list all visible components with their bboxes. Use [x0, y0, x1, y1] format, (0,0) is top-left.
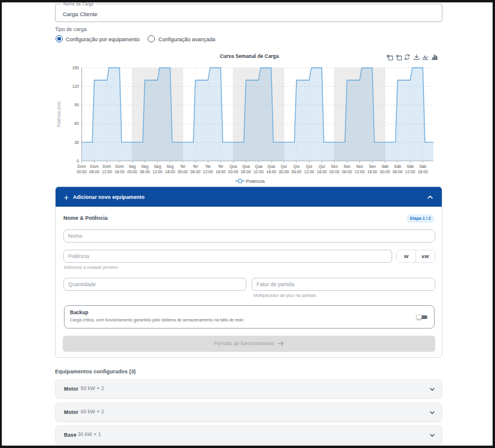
svg-text:Seg: Seg	[167, 164, 174, 169]
svg-text:Ter: Ter	[205, 164, 211, 168]
svg-text:Sex: Sex	[344, 164, 351, 168]
svg-text:Sex: Sex	[369, 164, 376, 168]
svg-text:Sáb: Sáb	[407, 164, 414, 168]
svg-text:00:00: 00:00	[329, 170, 340, 174]
svg-text:06:00: 06:00	[393, 170, 403, 174]
svg-text:Sáb: Sáb	[419, 164, 426, 168]
svg-text:Sex: Sex	[356, 164, 363, 168]
svg-text:06:00: 06:00	[89, 170, 99, 174]
svg-text:06:00: 06:00	[292, 170, 302, 174]
svg-text:Ter: Ter	[180, 164, 186, 168]
svg-text:00:00: 00:00	[279, 170, 289, 174]
svg-text:12:00: 12:00	[253, 170, 264, 174]
svg-text:12:00: 12:00	[405, 170, 415, 174]
svg-text:18:00: 18:00	[418, 170, 428, 174]
svg-text:06:00: 06:00	[241, 170, 251, 174]
svg-text:12:00: 12:00	[355, 170, 365, 174]
svg-text:Qua: Qua	[255, 164, 262, 169]
svg-text:Potência: Potência	[246, 179, 265, 184]
svg-text:Sáb: Sáb	[381, 164, 389, 168]
svg-text:Dom: Dom	[78, 164, 87, 168]
svg-text:150: 150	[72, 66, 80, 70]
svg-text:Qua: Qua	[242, 164, 250, 169]
svg-text:00:00: 00:00	[380, 170, 390, 174]
svg-text:06:00: 06:00	[140, 170, 150, 174]
svg-text:Seg: Seg	[154, 164, 161, 169]
svg-text:0: 0	[77, 159, 79, 163]
svg-text:18:00: 18:00	[115, 170, 125, 174]
svg-text:Curva Semanal de Carga: Curva Semanal de Carga	[220, 53, 279, 59]
svg-text:Seg: Seg	[129, 164, 136, 169]
svg-text:Qui: Qui	[294, 164, 300, 169]
svg-text:00:00: 00:00	[127, 170, 138, 174]
svg-text:Sex: Sex	[331, 164, 338, 168]
svg-text:120: 120	[72, 84, 80, 88]
svg-text:06:00: 06:00	[342, 170, 352, 174]
svg-text:12:00: 12:00	[203, 170, 213, 174]
svg-text:Qui: Qui	[306, 164, 313, 169]
svg-text:Sáb: Sáb	[394, 164, 401, 168]
svg-text:00:00: 00:00	[77, 170, 87, 174]
svg-text:Qua: Qua	[267, 164, 275, 169]
svg-text:Qui: Qui	[319, 164, 325, 169]
svg-text:06:00: 06:00	[190, 170, 200, 174]
svg-text:18:00: 18:00	[165, 170, 175, 174]
svg-text:Ter: Ter	[218, 164, 224, 168]
svg-text:Seg: Seg	[141, 164, 148, 169]
svg-text:12:00: 12:00	[102, 170, 112, 174]
svg-text:Dom: Dom	[115, 164, 124, 168]
svg-text:Qui: Qui	[281, 164, 288, 169]
svg-text:Dom: Dom	[103, 164, 112, 168]
svg-text:00:00: 00:00	[228, 170, 239, 174]
svg-text:Ter: Ter	[192, 164, 198, 168]
svg-text:30: 30	[74, 140, 79, 145]
svg-text:12:00: 12:00	[152, 170, 163, 174]
svg-text:Dom: Dom	[90, 164, 99, 168]
svg-text:Potência (kW): Potência (kW)	[57, 102, 62, 127]
svg-text:90: 90	[74, 103, 79, 107]
svg-text:Qua: Qua	[230, 164, 237, 169]
svg-text:18:00: 18:00	[216, 170, 226, 174]
svg-text:18:00: 18:00	[367, 170, 377, 174]
svg-text:18:00: 18:00	[266, 170, 276, 174]
svg-text:18:00: 18:00	[317, 170, 327, 174]
svg-text:12:00: 12:00	[304, 170, 314, 174]
svg-text:60: 60	[74, 121, 79, 125]
svg-text:00:00: 00:00	[178, 170, 188, 174]
